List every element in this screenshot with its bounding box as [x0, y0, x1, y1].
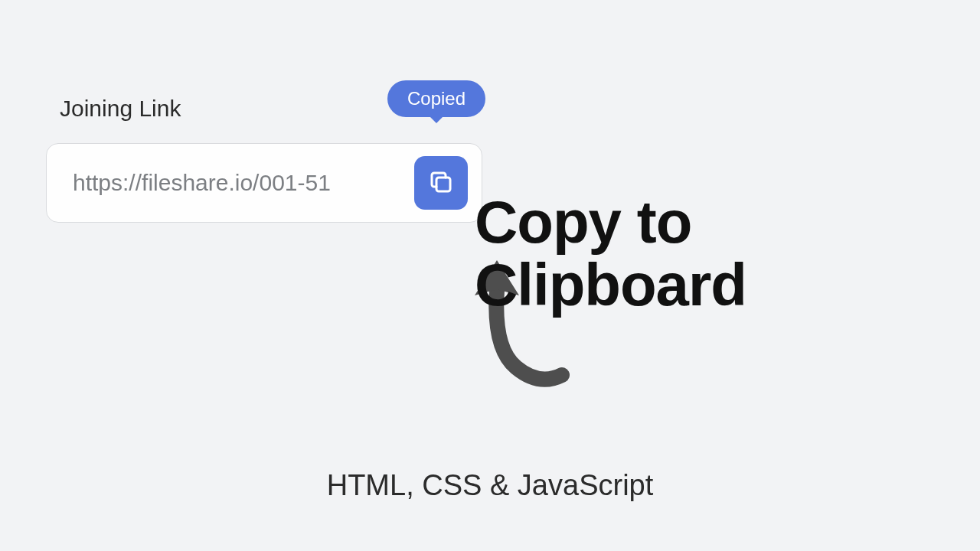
- copy-link-widget: Copied Joining Link: [46, 96, 482, 223]
- svg-rect-0: [436, 178, 450, 191]
- copy-icon: [427, 168, 455, 198]
- title-block: Copy to Clipboard: [475, 191, 746, 317]
- copied-tooltip: Copied: [387, 80, 485, 117]
- copy-button[interactable]: [414, 156, 468, 210]
- title-line-2: Clipboard: [475, 254, 746, 317]
- input-row: [46, 143, 482, 223]
- subtitle: HTML, CSS & JavaScript: [0, 469, 980, 502]
- url-input[interactable]: [60, 170, 400, 196]
- title-line-1: Copy to: [475, 191, 746, 254]
- tooltip-text: Copied: [407, 88, 466, 109]
